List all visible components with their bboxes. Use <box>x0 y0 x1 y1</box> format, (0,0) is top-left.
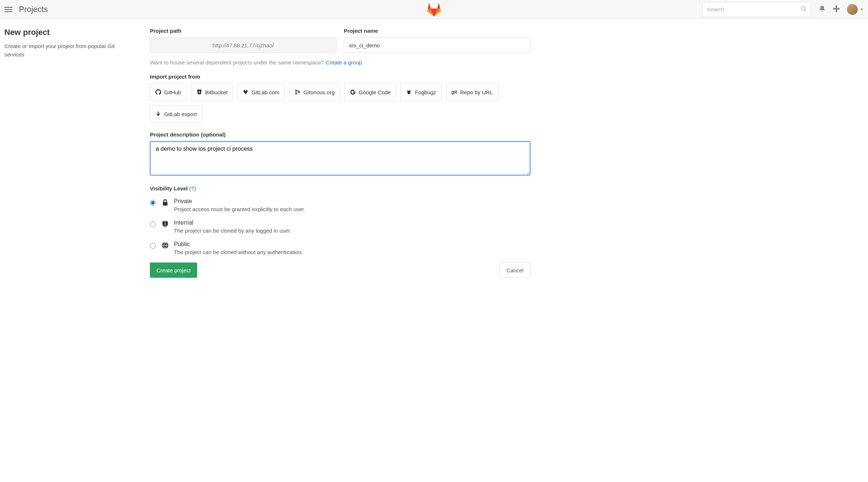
visibility-private-row: Private Project access must be granted e… <box>150 198 530 212</box>
visibility-internal-title: Internal <box>174 220 530 226</box>
import-gitlabcom-button[interactable]: GitLab.com <box>237 83 285 101</box>
import-github-button[interactable]: GitHub <box>150 83 187 101</box>
visibility-label: Visibility Level (?) <box>150 185 530 191</box>
avatar <box>847 4 858 15</box>
description-textarea[interactable] <box>150 141 530 175</box>
visibility-public-row: Public The project can be cloned without… <box>150 241 530 255</box>
svg-point-7 <box>407 91 410 94</box>
visibility-help-link[interactable]: (?) <box>189 185 196 191</box>
notifications-bell-icon[interactable] <box>819 5 826 13</box>
namespace-hint: Want to house several dependent projects… <box>150 59 530 66</box>
visibility-public-title: Public <box>174 241 530 248</box>
import-gitorious-button[interactable]: Gitorious.org <box>289 83 340 101</box>
svg-rect-3 <box>833 8 840 10</box>
import-from-label: Import project from <box>150 74 530 80</box>
visibility-private-title: Private <box>174 198 530 205</box>
visibility-internal-radio[interactable] <box>150 221 156 227</box>
svg-line-8 <box>407 91 408 92</box>
new-project-heading: New project <box>4 28 135 37</box>
visibility-public-desc: The project can be cloned without any au… <box>174 249 530 255</box>
shield-icon <box>162 220 169 228</box>
visibility-private-radio[interactable] <box>150 200 156 206</box>
import-bitbucket-button[interactable]: Bitbucket <box>191 83 233 101</box>
visibility-private-desc: Project access must be granted explicitl… <box>174 206 530 212</box>
project-name-label: Project name <box>344 28 530 34</box>
top-navbar: Projects <box>0 0 868 19</box>
new-project-subtext: Create or Import your project from popul… <box>4 42 135 59</box>
visibility-internal-row: Internal The project can be cloned by an… <box>150 220 530 234</box>
gitlab-logo-icon[interactable] <box>426 1 442 19</box>
globe-icon <box>162 242 169 249</box>
import-source-group: GitHub Bitbucket GitLab.com Gitorious.or… <box>150 83 530 123</box>
project-name-input[interactable] <box>344 37 530 53</box>
svg-rect-12 <box>163 202 168 206</box>
import-fogbugz-button[interactable]: Fogbugz <box>401 83 441 101</box>
svg-line-10 <box>407 90 408 91</box>
plus-icon[interactable] <box>833 5 840 13</box>
lock-icon <box>162 199 169 206</box>
svg-line-1 <box>805 10 806 11</box>
description-label: Project description (optional) <box>150 131 530 138</box>
chevron-down-icon: ▼ <box>860 7 864 11</box>
create-project-button[interactable]: Create project <box>150 262 197 278</box>
visibility-internal-desc: The project can be cloned by any logged … <box>174 228 530 234</box>
project-path-label: Project path <box>150 28 337 34</box>
import-gitlab-export-button[interactable]: GitLab export <box>150 105 202 123</box>
user-menu[interactable]: ▼ <box>847 4 864 15</box>
project-path-input <box>150 37 337 53</box>
search-input[interactable] <box>707 6 801 12</box>
visibility-public-radio[interactable] <box>150 243 156 249</box>
search-icon[interactable] <box>801 6 807 13</box>
import-repo-by-url-button[interactable]: git Repo by URL <box>446 83 498 101</box>
svg-point-0 <box>801 7 805 10</box>
create-group-link[interactable]: Create a group <box>326 59 362 66</box>
search-input-container <box>702 2 811 17</box>
cancel-button[interactable]: Cancel <box>499 262 530 278</box>
svg-point-4 <box>295 90 297 91</box>
svg-line-11 <box>410 90 410 91</box>
svg-point-5 <box>295 93 297 94</box>
hamburger-menu-icon[interactable] <box>4 5 12 13</box>
page-title: Projects <box>19 5 48 14</box>
import-googlecode-button[interactable]: Google Code <box>345 83 396 101</box>
svg-line-9 <box>410 91 411 92</box>
